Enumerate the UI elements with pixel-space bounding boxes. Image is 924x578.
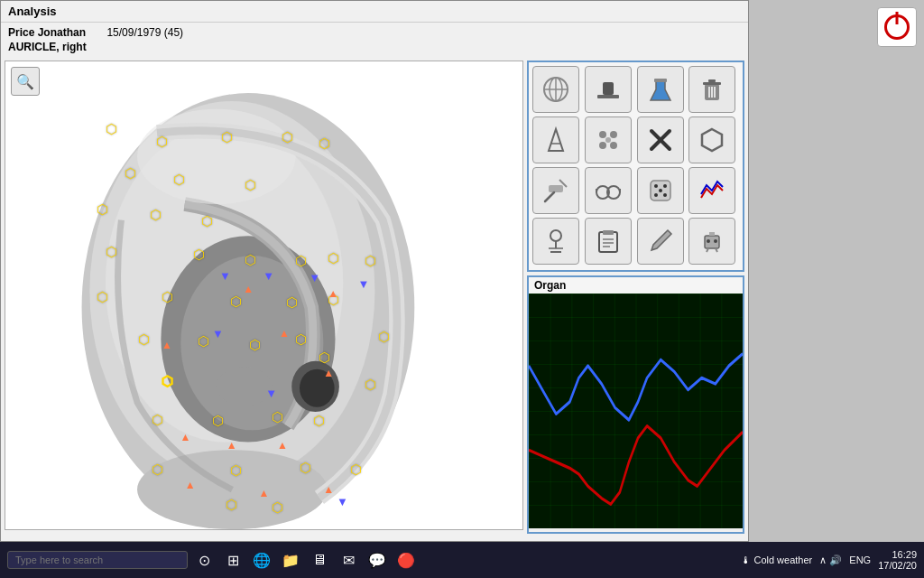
hex-marker: ⬡	[245, 177, 256, 193]
hex-marker: ⬡	[97, 289, 108, 305]
taskbar: ⊙ ⊞ 🌐 📁 🖥 ✉ 💬 🔴 🌡 Cold weather ∧ 🔊 ENG 1…	[0, 542, 924, 578]
svg-point-43	[654, 184, 658, 188]
hex-marker: ⬡	[319, 350, 330, 366]
triangle-up-marker: ▲	[328, 287, 338, 300]
search-input[interactable]	[7, 551, 188, 569]
markers-container: ⬡⬡⬡⬡⬡⬡⬡⬡⬡⬡⬡⬡⬡⬡⬡⬡⬡⬡⬡⬡⬡⬡⬡⬡⬡⬡⬡⬡⬡⬡⬡⬡⬡⬡⬡⬡⬡⬡⬡⬡…	[5, 61, 522, 529]
organ-label: Organ	[529, 277, 743, 294]
microscope-tool-button[interactable]	[532, 218, 579, 265]
glasses-tool-button[interactable]	[585, 167, 632, 214]
patient-dob: 15/09/1979 (45)	[106, 26, 183, 39]
svg-point-47	[663, 193, 667, 197]
hex-marker: ⬡	[125, 165, 136, 182]
content-area: 🔍	[1, 57, 748, 534]
taskbar-windows-icon[interactable]: ⊞	[220, 547, 245, 573]
dice-tool-button[interactable]	[637, 167, 684, 214]
hex-marker: ⬡	[365, 377, 376, 393]
title-bar: Analysis	[1, 1, 748, 23]
triangle-up-marker: ▲	[185, 479, 196, 491]
taskbar-browser-icon[interactable]: 🌐	[249, 547, 274, 573]
globe-tool-button[interactable]	[532, 66, 579, 113]
inject-tool-button[interactable]	[532, 167, 579, 214]
hex-marker: ⬡	[173, 172, 185, 188]
hex-marker: ⬡	[295, 331, 307, 348]
hex-marker: ⬡	[230, 462, 242, 479]
svg-rect-15	[597, 95, 619, 98]
hex-marker: ⬡	[152, 461, 163, 478]
taskbar-chat-icon[interactable]: 💬	[365, 547, 390, 573]
triangle-up-marker: ▲	[259, 487, 270, 499]
x-tool-button[interactable]	[637, 117, 684, 163]
triangle-down-marker: ▼	[337, 495, 348, 508]
organ-chart	[529, 294, 743, 528]
hex-marker: ⬡	[226, 497, 237, 513]
chart-tool-button[interactable]	[688, 167, 735, 214]
hex-marker: ⬡	[230, 294, 242, 310]
app-title: Analysis	[8, 5, 56, 18]
svg-point-27	[610, 131, 617, 138]
svg-point-30	[605, 137, 611, 143]
toolbar-section	[527, 61, 744, 272]
hex-marker: ⬡	[295, 253, 307, 269]
hex-marker: ⬡	[350, 461, 362, 478]
toolbar-row-3	[529, 167, 743, 218]
taskbar-right: 🌡 Cold weather ∧ 🔊 ENG 16:29 17/02/20	[741, 549, 917, 571]
svg-rect-35	[549, 185, 563, 192]
svg-point-60	[714, 239, 717, 243]
taskbar-store-icon[interactable]: 🖥	[307, 547, 332, 573]
taskbar-mail-icon[interactable]: ✉	[336, 547, 361, 573]
organ-chart-svg	[529, 294, 743, 528]
hexagon-tool-button[interactable]	[688, 117, 735, 163]
hex-marker: ⬡	[272, 499, 283, 516]
hex-marker: ⬡	[212, 413, 224, 429]
svg-rect-52	[599, 232, 617, 252]
hat-tool-button[interactable]	[585, 66, 632, 113]
dots-tool-button[interactable]	[585, 117, 632, 163]
flask-tool-button[interactable]	[637, 66, 684, 113]
patient-name: Price Jonathan	[8, 26, 86, 39]
hex-marker: ⬡	[201, 213, 213, 229]
hex-marker: ⬡	[328, 292, 339, 308]
svg-point-45	[659, 189, 662, 192]
hex-marker: ⬡	[245, 252, 256, 268]
svg-point-48	[550, 230, 561, 241]
clipboard-tool-button[interactable]	[585, 218, 632, 265]
hex-marker: ⬡	[193, 247, 205, 263]
svg-point-59	[707, 239, 710, 243]
robot-tool-button[interactable]	[688, 218, 735, 265]
taskbar-folder-icon[interactable]: 📁	[278, 547, 303, 573]
pen-tool-button[interactable]	[637, 218, 684, 265]
trash-tool-button[interactable]	[688, 66, 735, 113]
toolbar-row-1	[529, 62, 743, 117]
hex-marker: ⬡	[198, 333, 209, 350]
hex-marker: ⬡	[150, 207, 162, 223]
triangle-up-marker: ▲	[279, 327, 290, 340]
triangle-up-marker: ▲	[180, 431, 191, 443]
power-button[interactable]	[877, 7, 917, 47]
ear-panel: 🔍	[5, 61, 523, 530]
svg-rect-63	[709, 232, 715, 236]
taskbar-network: ∧ 🔊	[819, 555, 842, 566]
organ-section: Organ	[527, 275, 744, 534]
taskbar-lang: ENG	[849, 555, 871, 565]
hex-marker: ⬡	[313, 413, 325, 429]
taskbar-app-icon[interactable]: 🔴	[393, 547, 419, 573]
triangle-down-marker: ▼	[265, 387, 277, 400]
hex-marker: ⬡	[152, 412, 163, 428]
hex-marker: ⬡	[221, 129, 233, 145]
hex-marker: ⬡	[300, 460, 311, 476]
hex-marker: ⬡	[272, 409, 283, 425]
taskbar-circle-icon[interactable]: ⊙	[191, 547, 217, 573]
toolbar-row-4	[529, 218, 743, 270]
svg-line-36	[545, 192, 554, 201]
zoom-button[interactable]: 🔍	[11, 67, 40, 96]
triangle-down-marker: ▼	[309, 271, 320, 284]
needle-tool-button[interactable]	[532, 117, 579, 163]
svg-rect-17	[654, 79, 667, 82]
auricle-label: AURICLE, right	[1, 41, 748, 57]
power-icon	[884, 14, 910, 40]
triangle-up-marker: ▲	[243, 283, 254, 295]
svg-rect-20	[708, 79, 716, 82]
svg-point-46	[654, 193, 658, 197]
svg-rect-53	[603, 230, 614, 235]
